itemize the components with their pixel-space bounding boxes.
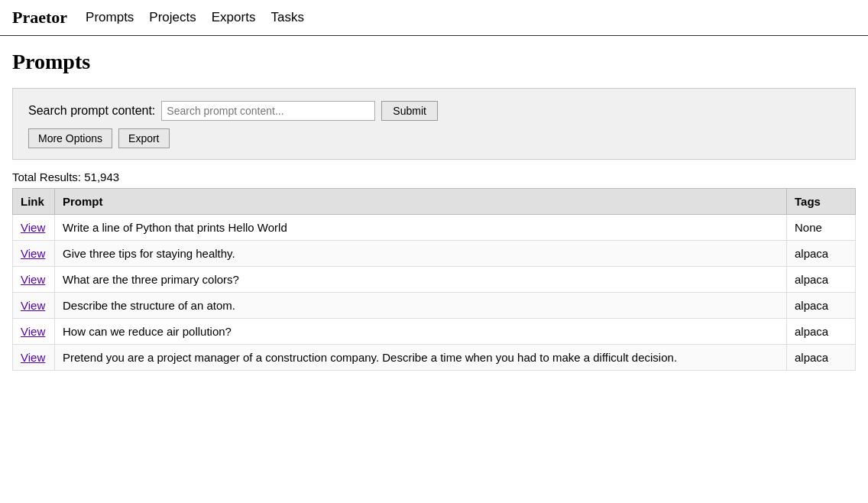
table-row: ViewDescribe the structure of an atom.al… — [13, 293, 856, 319]
table-header-row: LinkPromptTags — [13, 189, 856, 215]
cell-link: View — [13, 215, 55, 241]
table-row: ViewHow can we reduce air pollution?alpa… — [13, 319, 856, 345]
col-header-prompt: Prompt — [55, 189, 787, 215]
cell-tags: alpaca — [787, 345, 856, 371]
cell-tags: alpaca — [787, 267, 856, 293]
col-header-tags: Tags — [787, 189, 856, 215]
more-options-button[interactable]: More Options — [28, 128, 112, 148]
cell-tags: alpaca — [787, 319, 856, 345]
page-content: Prompts Search prompt content: Submit Mo… — [0, 36, 868, 383]
search-panel: Search prompt content: Submit More Optio… — [12, 88, 856, 160]
page-title: Prompts — [12, 50, 856, 74]
total-results: Total Results: 51,943 — [12, 170, 856, 183]
nav-link-prompts[interactable]: Prompts — [86, 10, 134, 25]
prompts-table: LinkPromptTags ViewWrite a line of Pytho… — [12, 188, 856, 371]
cell-prompt: How can we reduce air pollution? — [55, 319, 787, 345]
nav-links: PromptsProjectsExportsTasks — [86, 10, 304, 25]
view-link[interactable]: View — [21, 351, 45, 364]
view-link[interactable]: View — [21, 247, 45, 260]
table-body: ViewWrite a line of Python that prints H… — [13, 215, 856, 371]
col-header-link: Link — [13, 189, 55, 215]
view-link[interactable]: View — [21, 221, 45, 234]
cell-prompt: Give three tips for staying healthy. — [55, 241, 787, 267]
view-link[interactable]: View — [21, 273, 45, 286]
view-link[interactable]: View — [21, 299, 45, 312]
table-row: ViewWhat are the three primary colors?al… — [13, 267, 856, 293]
submit-button[interactable]: Submit — [381, 101, 438, 121]
table-row: ViewGive three tips for staying healthy.… — [13, 241, 856, 267]
cell-tags: alpaca — [787, 293, 856, 319]
cell-link: View — [13, 293, 55, 319]
search-label: Search prompt content: — [28, 104, 155, 118]
cell-link: View — [13, 345, 55, 371]
brand-logo[interactable]: Praetor — [12, 8, 67, 28]
search-input[interactable] — [161, 101, 375, 121]
table-row: ViewPretend you are a project manager of… — [13, 345, 856, 371]
table-row: ViewWrite a line of Python that prints H… — [13, 215, 856, 241]
cell-prompt: Describe the structure of an atom. — [55, 293, 787, 319]
cell-link: View — [13, 319, 55, 345]
cell-link: View — [13, 241, 55, 267]
nav-link-exports[interactable]: Exports — [212, 10, 256, 25]
cell-link: View — [13, 267, 55, 293]
export-button[interactable]: Export — [118, 128, 169, 148]
cell-tags: None — [787, 215, 856, 241]
cell-prompt: What are the three primary colors? — [55, 267, 787, 293]
navbar: Praetor PromptsProjectsExportsTasks — [0, 0, 868, 36]
search-row: Search prompt content: Submit — [28, 101, 840, 121]
nav-link-projects[interactable]: Projects — [149, 10, 196, 25]
cell-prompt: Write a line of Python that prints Hello… — [55, 215, 787, 241]
cell-prompt: Pretend you are a project manager of a c… — [55, 345, 787, 371]
nav-link-tasks[interactable]: Tasks — [270, 10, 303, 25]
action-row: More Options Export — [28, 128, 840, 148]
cell-tags: alpaca — [787, 241, 856, 267]
view-link[interactable]: View — [21, 325, 45, 338]
